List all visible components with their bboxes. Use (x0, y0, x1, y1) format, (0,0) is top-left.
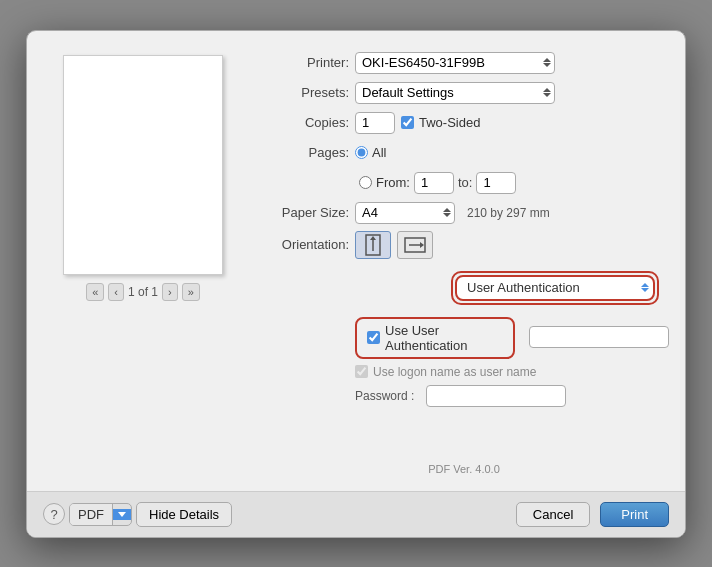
portrait-icon (364, 234, 382, 256)
pages-options: All (355, 145, 386, 160)
paper-size-row: Paper Size: A4 210 by 297 mm (259, 201, 669, 225)
cancel-label: Cancel (533, 507, 573, 522)
print-label: Print (621, 507, 648, 522)
pages-all-text: All (372, 145, 386, 160)
logon-name-text: Use logon name as user name (373, 365, 536, 379)
copies-label: Copies: (259, 115, 349, 130)
printer-select[interactable]: OKI-ES6450-31F99B (355, 52, 555, 74)
help-icon: ? (50, 507, 57, 522)
printer-select-wrapper: OKI-ES6450-31F99B (355, 52, 555, 74)
help-button[interactable]: ? (43, 503, 65, 525)
paper-size-select[interactable]: A4 (355, 202, 455, 224)
user-auth-highlight: User Authentication (451, 271, 659, 305)
two-sided-checkbox[interactable] (401, 116, 414, 129)
password-row: Password : (355, 385, 669, 407)
print-button[interactable]: Print (600, 502, 669, 527)
pages-to-input[interactable] (476, 172, 516, 194)
pages-row: Pages: All (259, 141, 669, 165)
password-label: Password : (355, 389, 414, 403)
copies-row: Copies: Two-Sided (259, 111, 669, 135)
pages-from-options: From: to: (359, 172, 516, 194)
nav-prev-button[interactable]: ‹ (108, 283, 124, 301)
pdf-label: PDF (70, 504, 113, 525)
paper-preview (63, 55, 223, 275)
paper-size-select-wrapper: A4 (355, 202, 455, 224)
dialog-body: « ‹ 1 of 1 › » Printer: OKI-ES6450-31F99… (27, 31, 685, 491)
use-auth-label: Use User Authentication (385, 323, 503, 353)
dialog-footer: ? PDF Hide Details Cancel Print (27, 491, 685, 537)
use-auth-checkbox-wrapper[interactable]: Use User Authentication (355, 317, 515, 359)
landscape-button[interactable] (397, 231, 433, 259)
page-indicator: 1 of 1 (128, 285, 158, 299)
svg-marker-2 (370, 236, 376, 240)
version-text: PDF Ver. 4.0.0 (259, 443, 669, 475)
printer-label: Printer: (259, 55, 349, 70)
pages-label: Pages: (259, 145, 349, 160)
nav-last-button[interactable]: » (182, 283, 200, 301)
pages-all-radio[interactable] (355, 146, 368, 159)
cancel-button[interactable]: Cancel (516, 502, 590, 527)
pages-from-radio[interactable] (359, 176, 372, 189)
nav-first-button[interactable]: « (86, 283, 104, 301)
presets-select[interactable]: Default Settings (355, 82, 555, 104)
use-auth-checkbox[interactable] (367, 331, 380, 344)
paper-size-info: 210 by 297 mm (467, 206, 550, 220)
hide-details-label: Hide Details (149, 507, 219, 522)
username-input[interactable] (529, 326, 669, 348)
user-auth-select[interactable]: User Authentication (455, 275, 655, 301)
use-auth-row: Use User Authentication Use logon name a… (259, 315, 669, 407)
portrait-button[interactable] (355, 231, 391, 259)
nav-next-button[interactable]: › (162, 283, 178, 301)
print-dialog: « ‹ 1 of 1 › » Printer: OKI-ES6450-31F99… (26, 30, 686, 538)
logon-name-checkbox[interactable] (355, 365, 368, 378)
printer-row: Printer: OKI-ES6450-31F99B (259, 51, 669, 75)
footer-left: ? PDF Hide Details (43, 502, 232, 527)
user-auth-select-wrapper: User Authentication (455, 275, 655, 301)
preview-pane: « ‹ 1 of 1 › » (43, 47, 243, 475)
logon-name-row: Use logon name as user name (355, 365, 669, 379)
hide-details-button[interactable]: Hide Details (136, 502, 232, 527)
two-sided-text: Two-Sided (419, 115, 480, 130)
presets-row: Presets: Default Settings (259, 81, 669, 105)
pages-from-input[interactable] (414, 172, 454, 194)
pages-from-text: From: (376, 175, 410, 190)
pages-from-label[interactable]: From: (359, 175, 410, 190)
pages-all-label[interactable]: All (355, 145, 386, 160)
presets-select-wrapper: Default Settings (355, 82, 555, 104)
landscape-icon (404, 236, 426, 254)
copies-input[interactable] (355, 112, 395, 134)
password-input[interactable] (426, 385, 566, 407)
settings-pane: Printer: OKI-ES6450-31F99B Presets: De (259, 47, 669, 475)
paper-size-label: Paper Size: (259, 205, 349, 220)
pdf-arrow-icon (113, 509, 131, 520)
svg-marker-5 (420, 242, 424, 248)
presets-label: Presets: (259, 85, 349, 100)
pdf-button[interactable]: PDF (69, 503, 132, 526)
preview-navigation: « ‹ 1 of 1 › » (86, 283, 200, 301)
footer-right: Cancel Print (516, 502, 669, 527)
user-auth-dropdown-row: User Authentication (259, 271, 669, 305)
orientation-row: Orientation: (259, 231, 669, 259)
orientation-label: Orientation: (259, 237, 349, 252)
pages-to-text: to: (458, 175, 472, 190)
logon-name-label[interactable]: Use logon name as user name (355, 365, 536, 379)
pages-from-row: From: to: (259, 171, 669, 195)
two-sided-label[interactable]: Two-Sided (401, 115, 480, 130)
